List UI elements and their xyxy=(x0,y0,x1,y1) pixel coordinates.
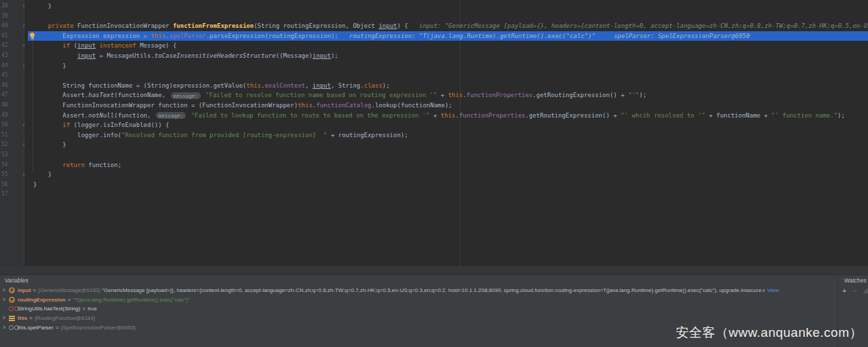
code-editor[interactable]: 38∧ }3940∨ private FunctionInvocationWra… xyxy=(0,0,868,266)
code-token xyxy=(33,122,62,128)
code-line: 51 logger.info("Resolved function from p… xyxy=(0,130,868,141)
line-number[interactable]: 57 xyxy=(0,189,12,200)
line-number[interactable]: 46 xyxy=(0,81,12,91)
code-line: 55∧ } xyxy=(0,170,868,180)
code-line: 46 String functionName = (String)express… xyxy=(0,81,868,91)
line-number[interactable]: 56 xyxy=(0,180,12,190)
code-token: if xyxy=(62,42,70,49)
fold-spacer xyxy=(12,189,28,200)
code-token xyxy=(33,162,62,168)
code-text: FunctionInvocationWrapper function = (Fu… xyxy=(28,101,868,111)
inline-debug-hint: input: "GenericMessage [payload={}, head… xyxy=(408,22,868,29)
view-value-link[interactable]: View xyxy=(767,287,778,293)
variable-value: {RoutingFunction@6184} xyxy=(35,315,96,321)
remove-watch-button[interactable]: − xyxy=(852,287,856,294)
variable-value: {SpelExpressionParser@6950} xyxy=(61,325,136,331)
line-number[interactable]: 45 xyxy=(0,71,12,81)
fold-spacer xyxy=(12,101,28,111)
line-number[interactable]: 38 xyxy=(0,1,12,12)
code-token: } xyxy=(33,171,52,178)
code-token: this xyxy=(441,112,456,119)
expand-chevron-icon[interactable]: > xyxy=(3,297,9,302)
value-text: "T(java.lang.Runtime).getRuntime().exec(… xyxy=(73,297,190,303)
watch-icon xyxy=(9,306,18,311)
code-token: FunctionInvocationWrapper xyxy=(74,22,173,29)
code-token: (functionName, xyxy=(114,92,169,98)
this-icon xyxy=(9,316,18,321)
code-token: "Failed to lookup function to route to b… xyxy=(191,112,429,119)
line-number[interactable]: 49 xyxy=(0,111,12,121)
equals-sign: = xyxy=(56,325,59,331)
line-number[interactable]: 50 xyxy=(0,120,12,130)
fold-start-icon[interactable]: ∨ xyxy=(12,41,28,51)
code-token: "Failed to resolve function name based o… xyxy=(205,92,437,98)
variable-row[interactable]: StringUtils.hasText(String)=true xyxy=(0,304,837,314)
bulb-glass xyxy=(30,33,35,37)
add-watch-button[interactable]: + xyxy=(842,287,846,295)
code-line: 40∨ private FunctionInvocationWrapper fu… xyxy=(0,21,868,31)
code-token: .getRoutingExpression() + xyxy=(532,92,628,98)
variable-row[interactable]: >ProutingExpression="T(java.lang.Runtime… xyxy=(0,295,837,305)
parameter-icon: P xyxy=(9,287,18,293)
line-number[interactable]: 40 xyxy=(0,21,12,31)
move-watch-up-button[interactable] xyxy=(863,288,868,293)
watched-field-icon xyxy=(9,325,18,330)
code-line: 53 xyxy=(0,150,868,160)
fold-start-icon[interactable]: ∨ xyxy=(12,120,28,130)
line-number[interactable]: 51 xyxy=(0,130,12,141)
code-line: 56} xyxy=(0,180,868,190)
line-number[interactable]: 54 xyxy=(0,160,12,170)
code-token: Assert. xyxy=(33,112,88,119)
line-number[interactable]: 39 xyxy=(0,12,12,22)
line-number[interactable]: 44 xyxy=(0,61,12,71)
code-lines: 38∧ }3940∨ private FunctionInvocationWra… xyxy=(0,1,868,200)
code-token: + xyxy=(430,112,441,119)
fold-end-icon[interactable]: ∧ xyxy=(12,61,28,71)
fold-end-icon[interactable]: ∧ xyxy=(12,1,28,12)
line-number[interactable]: 47 xyxy=(0,90,12,101)
code-token: evalContext xyxy=(264,82,305,89)
line-number[interactable]: 53 xyxy=(0,150,12,160)
fold-start-icon[interactable]: ∨ xyxy=(12,21,28,31)
expand-chevron-icon[interactable]: > xyxy=(3,325,9,330)
line-number[interactable]: 41 xyxy=(0,31,12,41)
fold-spacer xyxy=(12,111,28,121)
line-number[interactable]: 55 xyxy=(0,170,12,180)
fold-end-icon[interactable]: ∧ xyxy=(12,170,28,180)
intention-bulb-icon[interactable] xyxy=(29,33,35,39)
code-token: logger.info( xyxy=(33,132,121,139)
code-text xyxy=(28,12,868,22)
watches-panel-title: Watches xyxy=(838,275,868,286)
variable-value: "T(java.lang.Runtime).getRuntime().exec(… xyxy=(73,297,190,303)
code-token: Assert. xyxy=(33,92,88,98)
code-token: .lookup(functionName); xyxy=(372,102,452,109)
code-token: (logger.isInfoEnabled()) { xyxy=(70,122,169,128)
line-number[interactable]: 48 xyxy=(0,101,12,111)
fold-spacer xyxy=(12,81,28,91)
expand-chevron-icon[interactable]: > xyxy=(3,315,9,321)
line-number[interactable]: 43 xyxy=(0,51,12,61)
code-token: "' whcih resolved to '" xyxy=(620,112,705,119)
fold-end-icon[interactable]: ∧ xyxy=(12,140,28,150)
variable-row[interactable]: >Pinput={GenericMessage@6183} "GenericMe… xyxy=(0,286,837,295)
code-text: Assert.notNull(function, message: "Faile… xyxy=(28,111,868,121)
parameter-hint-badge: message: xyxy=(171,92,201,99)
code-line: 47 Assert.hasText(functionName, message:… xyxy=(0,90,868,101)
variable-name: this.spelParser xyxy=(18,325,54,331)
code-token: } xyxy=(33,181,37,188)
code-line: 57 xyxy=(0,189,868,200)
code-text: logger.info("Resolved function from prov… xyxy=(28,130,868,141)
fold-spacer xyxy=(12,31,28,41)
code-token: this xyxy=(246,82,261,89)
code-text: private FunctionInvocationWrapper functi… xyxy=(28,21,868,31)
code-token: + functionName + xyxy=(705,112,772,119)
code-text xyxy=(28,189,868,200)
line-number[interactable]: 42 xyxy=(0,41,12,51)
variable-row[interactable]: >this={RoutingFunction@6184} xyxy=(0,314,837,323)
expand-chevron-icon[interactable]: > xyxy=(3,288,9,293)
code-line: 48 FunctionInvocationWrapper function = … xyxy=(0,101,868,111)
watermark: 安全客（www.anquanke.com） xyxy=(675,324,863,342)
code-token: + routingExpression); xyxy=(327,132,408,139)
line-number[interactable]: 52 xyxy=(0,140,12,150)
code-token: input xyxy=(313,52,331,59)
